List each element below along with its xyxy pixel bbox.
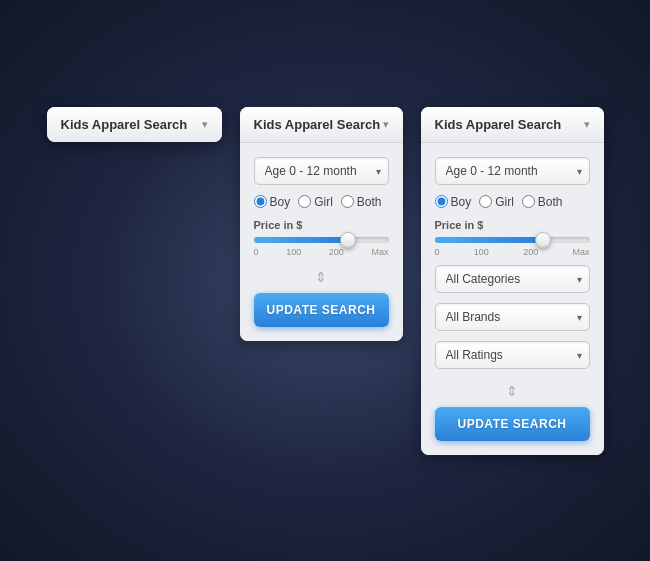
gender-girl-text: Girl (314, 195, 333, 209)
widget3-resize-handle[interactable]: ⇕ (435, 379, 590, 407)
widget3-slider-fill (435, 237, 544, 243)
widget-large: Kids Apparel Search ▾ Age 0 - 12 month A… (421, 107, 604, 455)
slider-min: 0 (254, 247, 259, 257)
widget3-body: Age 0 - 12 month Age 1 - 2 years Age 3 -… (421, 143, 604, 455)
price-label: Price in $ (254, 219, 389, 231)
gender-girl-label[interactable]: Girl (298, 195, 333, 209)
widget1-title: Kids Apparel Search (61, 117, 188, 132)
widget3-gender-radio-group: Boy Girl Both (435, 195, 590, 209)
update-search-button[interactable]: UPDATE SEARCH (254, 293, 389, 327)
gender-girl-radio[interactable] (298, 195, 311, 208)
gender-radio-group: Boy Girl Both (254, 195, 389, 209)
price-section: Price in $ 0 100 200 Max (254, 219, 389, 257)
widget3-slider-wrapper (435, 237, 590, 243)
widget3-gender-girl-radio[interactable] (479, 195, 492, 208)
brands-dropdown[interactable]: All Brands Nike Adidas Gap (435, 303, 590, 331)
gender-boy-label[interactable]: Boy (254, 195, 291, 209)
gender-boy-text: Boy (270, 195, 291, 209)
slider-max: Max (371, 247, 388, 257)
widget3-slider-max: Max (572, 247, 589, 257)
widget3-slider-labels: 0 100 200 Max (435, 247, 590, 257)
ratings-dropdown[interactable]: All Ratings 5 Stars 4+ Stars 3+ Stars (435, 341, 590, 369)
resize-icon: ⇕ (315, 269, 327, 285)
widget3-price-label: Price in $ (435, 219, 590, 231)
widget3-title: Kids Apparel Search (435, 117, 562, 132)
widget3-slider-min: 0 (435, 247, 440, 257)
widget3-slider-mid2: 200 (523, 247, 538, 257)
widget3-slider-mid1: 100 (474, 247, 489, 257)
gender-both-label[interactable]: Both (341, 195, 382, 209)
widget3-gender-girl-text: Girl (495, 195, 514, 209)
widget1-header: Kids Apparel Search ▾ (47, 107, 222, 142)
widget1-chevron-icon[interactable]: ▾ (202, 118, 208, 131)
slider-wrapper (254, 237, 389, 243)
widget3-chevron-icon[interactable]: ▾ (584, 118, 590, 131)
age-dropdown-wrapper: Age 0 - 12 month Age 1 - 2 years Age 3 -… (254, 157, 389, 185)
categories-dropdown[interactable]: All Categories Tops Bottoms Dresses (435, 265, 590, 293)
widget3-gender-both-radio[interactable] (522, 195, 535, 208)
widget3-gender-boy-text: Boy (451, 195, 472, 209)
brands-dropdown-wrapper: All Brands Nike Adidas Gap ▾ (435, 303, 590, 331)
slider-track[interactable] (254, 237, 389, 243)
widget3-update-search-button[interactable]: UPDATE SEARCH (435, 407, 590, 441)
widget3-slider-track[interactable] (435, 237, 590, 243)
slider-mid1: 100 (286, 247, 301, 257)
gender-both-radio[interactable] (341, 195, 354, 208)
age-dropdown[interactable]: Age 0 - 12 month Age 1 - 2 years Age 3 -… (254, 157, 389, 185)
widget3-header: Kids Apparel Search ▾ (421, 107, 604, 143)
ratings-dropdown-wrapper: All Ratings 5 Stars 4+ Stars 3+ Stars ▾ (435, 341, 590, 369)
widget2-header: Kids Apparel Search ▾ (240, 107, 403, 143)
widget3-gender-both-text: Both (538, 195, 563, 209)
widgets-container: Kids Apparel Search ▾ Kids Apparel Searc… (27, 87, 624, 475)
resize-handle[interactable]: ⇕ (254, 265, 389, 293)
widget3-gender-both-label[interactable]: Both (522, 195, 563, 209)
slider-mid2: 200 (329, 247, 344, 257)
widget2-title: Kids Apparel Search (254, 117, 381, 132)
slider-fill (254, 237, 349, 243)
widget-medium: Kids Apparel Search ▾ Age 0 - 12 month A… (240, 107, 403, 341)
slider-thumb[interactable] (340, 232, 356, 248)
widget-minimal: Kids Apparel Search ▾ (47, 107, 222, 142)
gender-boy-radio[interactable] (254, 195, 267, 208)
categories-dropdown-wrapper: All Categories Tops Bottoms Dresses ▾ (435, 265, 590, 293)
widget2-body: Age 0 - 12 month Age 1 - 2 years Age 3 -… (240, 143, 403, 341)
widget3-age-dropdown[interactable]: Age 0 - 12 month Age 1 - 2 years Age 3 -… (435, 157, 590, 185)
gender-both-text: Both (357, 195, 382, 209)
widget3-slider-thumb[interactable] (535, 232, 551, 248)
widget3-gender-girl-label[interactable]: Girl (479, 195, 514, 209)
widget3-gender-boy-radio[interactable] (435, 195, 448, 208)
widget2-chevron-icon[interactable]: ▾ (383, 118, 389, 131)
widget3-price-section: Price in $ 0 100 200 Max (435, 219, 590, 257)
widget3-gender-boy-label[interactable]: Boy (435, 195, 472, 209)
slider-labels: 0 100 200 Max (254, 247, 389, 257)
widget3-age-dropdown-wrapper: Age 0 - 12 month Age 1 - 2 years Age 3 -… (435, 157, 590, 185)
widget3-resize-icon: ⇕ (506, 383, 518, 399)
